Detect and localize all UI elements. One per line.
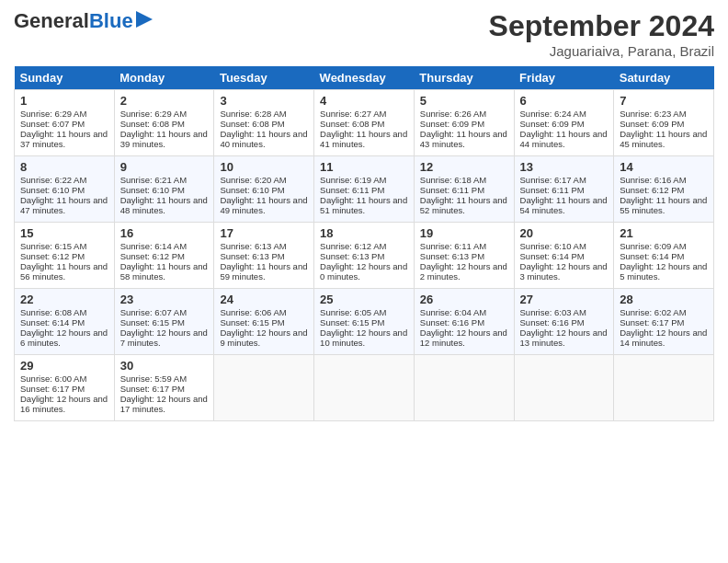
table-cell: 14 Sunrise: 6:16 AM Sunset: 6:12 PM Dayl… [614,156,714,223]
sunset-info: Sunset: 6:11 PM [520,185,585,195]
table-cell: 1 Sunrise: 6:29 AM Sunset: 6:07 PM Dayli… [15,90,115,156]
day-number: 12 [420,160,508,174]
daylight-info: Daylight: 12 hours and 6 minutes. [20,327,108,348]
table-cell: 8 Sunrise: 6:22 AM Sunset: 6:10 PM Dayli… [15,156,115,223]
day-number: 30 [120,359,209,373]
day-number: 28 [620,293,708,306]
header-row: Sunday Monday Tuesday Wednesday Thursday… [15,66,714,90]
calendar-table: Sunday Monday Tuesday Wednesday Thursday… [14,66,714,421]
daylight-info: Daylight: 12 hours and 7 minutes. [120,327,208,348]
day-number: 4 [320,94,408,108]
sunset-info: Sunset: 6:09 PM [520,119,585,129]
daylight-info: Daylight: 11 hours and 55 minutes. [620,195,707,215]
calendar-row: 8 Sunrise: 6:22 AM Sunset: 6:10 PM Dayli… [15,156,714,223]
daylight-info: Daylight: 11 hours and 48 minutes. [120,195,208,215]
daylight-info: Daylight: 11 hours and 54 minutes. [520,195,608,215]
sunrise-info: Sunrise: 6:06 AM [220,307,286,317]
daylight-info: Daylight: 11 hours and 58 minutes. [120,261,208,282]
daylight-info: Daylight: 11 hours and 51 minutes. [320,195,407,215]
daylight-info: Daylight: 12 hours and 12 minutes. [420,327,507,348]
logo-blue-text: Blue [89,9,133,33]
daylight-info: Daylight: 11 hours and 52 minutes. [420,195,507,215]
col-friday: Friday [514,66,614,90]
sunset-info: Sunset: 6:17 PM [120,384,185,394]
day-number: 23 [120,293,209,306]
day-number: 16 [120,226,209,240]
daylight-info: Daylight: 12 hours and 16 minutes. [20,394,108,414]
col-monday: Monday [114,66,214,90]
sunset-info: Sunset: 6:08 PM [320,119,384,129]
day-number: 27 [520,293,609,306]
day-number: 8 [20,160,108,174]
sunset-info: Sunset: 6:15 PM [220,317,284,327]
table-cell: 22 Sunrise: 6:08 AM Sunset: 6:14 PM Dayl… [15,289,115,355]
day-number: 14 [620,160,708,174]
sunrise-info: Sunrise: 5:59 AM [120,373,187,384]
sunrise-info: Sunrise: 6:28 AM [220,109,286,119]
day-number: 1 [20,94,108,108]
location: Jaguariaiva, Parana, Brazil [489,43,714,59]
sunset-info: Sunset: 6:07 PM [20,119,85,129]
sunset-info: Sunset: 6:16 PM [420,317,484,327]
sunset-info: Sunset: 6:09 PM [620,119,684,129]
sunset-info: Sunset: 6:11 PM [320,185,384,195]
daylight-info: Daylight: 11 hours and 39 minutes. [120,129,208,149]
daylight-info: Daylight: 11 hours and 45 minutes. [620,129,707,149]
calendar-row: 15 Sunrise: 6:15 AM Sunset: 6:12 PM Dayl… [15,223,714,289]
day-number: 7 [620,94,708,108]
table-cell: 13 Sunrise: 6:17 AM Sunset: 6:11 PM Dayl… [514,156,614,223]
table-cell: 29 Sunrise: 6:00 AM Sunset: 6:17 PM Dayl… [15,355,115,421]
header: General Blue September 2024 Jaguariaiva,… [14,9,714,59]
logo-arrow-icon [136,11,153,28]
sunset-info: Sunset: 6:12 PM [620,185,684,195]
daylight-info: Daylight: 11 hours and 56 minutes. [20,261,108,282]
table-cell [614,355,714,421]
table-cell: 10 Sunrise: 6:20 AM Sunset: 6:10 PM Dayl… [214,156,314,223]
table-cell: 30 Sunrise: 5:59 AM Sunset: 6:17 PM Dayl… [114,355,214,421]
sunrise-info: Sunrise: 6:23 AM [620,109,686,119]
day-number: 5 [420,94,508,108]
sunset-info: Sunset: 6:15 PM [320,317,384,327]
day-number: 20 [520,226,609,240]
sunset-info: Sunset: 6:10 PM [120,185,185,195]
table-cell: 26 Sunrise: 6:04 AM Sunset: 6:16 PM Dayl… [414,289,514,355]
sunrise-info: Sunrise: 6:03 AM [520,307,586,317]
table-cell [514,355,614,421]
table-cell: 16 Sunrise: 6:14 AM Sunset: 6:12 PM Dayl… [114,223,214,289]
daylight-info: Daylight: 12 hours and 17 minutes. [120,394,208,414]
table-cell: 2 Sunrise: 6:29 AM Sunset: 6:08 PM Dayli… [114,90,214,156]
calendar-row: 29 Sunrise: 6:00 AM Sunset: 6:17 PM Dayl… [15,355,714,421]
sunset-info: Sunset: 6:17 PM [20,384,85,394]
sunrise-info: Sunrise: 6:22 AM [20,175,86,185]
sunrise-info: Sunrise: 6:05 AM [320,307,386,317]
sunset-info: Sunset: 6:15 PM [120,317,185,327]
day-number: 10 [220,160,308,174]
day-number: 11 [320,160,408,174]
day-number: 17 [220,226,308,240]
sunset-info: Sunset: 6:08 PM [220,119,284,129]
col-tuesday: Tuesday [214,66,314,90]
day-number: 25 [320,293,408,306]
day-number: 15 [20,226,108,240]
day-number: 3 [220,94,308,108]
day-number: 22 [20,293,108,306]
sunset-info: Sunset: 6:08 PM [120,119,185,129]
col-thursday: Thursday [414,66,514,90]
month-title: September 2024 [489,9,714,43]
table-cell: 24 Sunrise: 6:06 AM Sunset: 6:15 PM Dayl… [214,289,314,355]
day-number: 21 [620,226,708,240]
day-number: 13 [520,160,609,174]
sunrise-info: Sunrise: 6:26 AM [420,109,486,119]
daylight-info: Daylight: 12 hours and 3 minutes. [520,261,608,282]
table-cell [314,355,415,421]
sunrise-info: Sunrise: 6:11 AM [420,241,486,251]
calendar-row: 1 Sunrise: 6:29 AM Sunset: 6:07 PM Dayli… [15,90,714,156]
day-number: 9 [120,160,209,174]
table-cell: 9 Sunrise: 6:21 AM Sunset: 6:10 PM Dayli… [114,156,214,223]
sunrise-info: Sunrise: 6:09 AM [620,241,686,251]
table-cell: 18 Sunrise: 6:12 AM Sunset: 6:13 PM Dayl… [314,223,415,289]
daylight-info: Daylight: 12 hours and 2 minutes. [420,261,507,282]
daylight-info: Daylight: 11 hours and 43 minutes. [420,129,507,149]
table-cell: 12 Sunrise: 6:18 AM Sunset: 6:11 PM Dayl… [414,156,514,223]
calendar-row: 22 Sunrise: 6:08 AM Sunset: 6:14 PM Dayl… [15,289,714,355]
